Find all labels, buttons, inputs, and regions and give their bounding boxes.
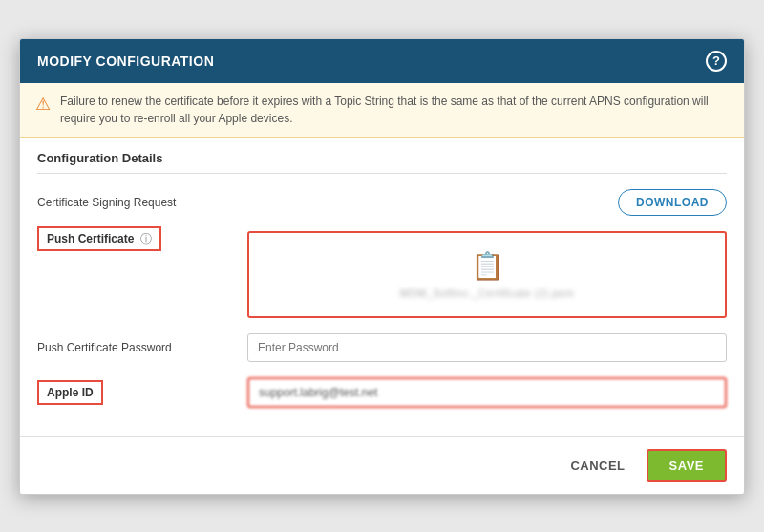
- warning-banner: ⚠ Failure to renew the certificate befor…: [20, 83, 744, 138]
- apple-id-label-wrapper: Apple ID: [37, 386, 247, 399]
- file-name: MDM_SoftInc._Certificate (2).pem: [400, 287, 574, 299]
- apple-id-label: Apple ID: [37, 380, 103, 405]
- apple-id-input[interactable]: [247, 377, 727, 408]
- modal-footer: CANCEL SAVE: [20, 436, 744, 494]
- save-button[interactable]: SAVE: [647, 449, 727, 482]
- password-row: Push Certificate Password: [37, 333, 727, 362]
- apple-id-row: Apple ID: [37, 377, 727, 408]
- csr-label: Certificate Signing Request: [37, 196, 247, 209]
- section-title: Configuration Details: [37, 151, 727, 174]
- modal-title: MODIFY CONFIGURATION: [37, 53, 214, 69]
- cancel-button[interactable]: CANCEL: [561, 453, 634, 479]
- apple-id-control: [247, 377, 727, 408]
- password-label: Push Certificate Password: [37, 341, 247, 354]
- csr-control: DOWNLOAD: [247, 189, 727, 216]
- file-upload-zone[interactable]: 📋 MDM_SoftInc._Certificate (2).pem: [247, 231, 727, 318]
- file-icon: 📋: [471, 250, 504, 282]
- csr-row: Certificate Signing Request DOWNLOAD: [37, 189, 727, 216]
- password-input[interactable]: [247, 333, 727, 362]
- password-control: [247, 333, 727, 362]
- push-cert-row: Push Certificate ⓘ 📋 MDM_SoftInc._Certif…: [37, 231, 727, 318]
- push-cert-info-icon: ⓘ: [140, 232, 152, 245]
- modal-header: MODIFY CONFIGURATION ?: [20, 39, 744, 83]
- warning-text: Failure to renew the certificate before …: [60, 93, 729, 127]
- push-cert-label-wrapper: Push Certificate ⓘ: [37, 231, 247, 247]
- modal-body: Configuration Details Certificate Signin…: [20, 138, 744, 436]
- modify-config-modal: MODIFY CONFIGURATION ? ⚠ Failure to rene…: [19, 38, 745, 495]
- push-cert-label: Push Certificate ⓘ: [37, 226, 161, 251]
- download-button[interactable]: DOWNLOAD: [618, 189, 727, 216]
- push-cert-upload-area[interactable]: 📋 MDM_SoftInc._Certificate (2).pem: [247, 231, 727, 318]
- warning-icon: ⚠: [35, 94, 51, 115]
- help-icon[interactable]: ?: [706, 51, 727, 72]
